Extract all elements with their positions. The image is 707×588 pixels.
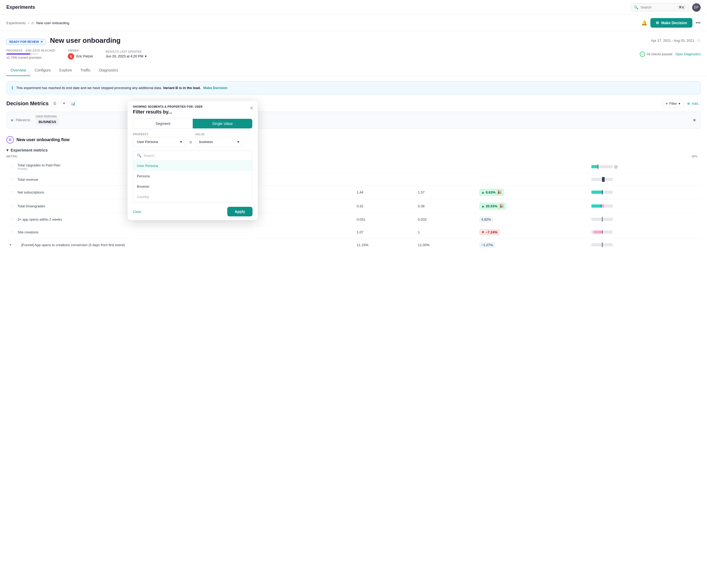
tab-configure[interactable]: Configure: [30, 65, 55, 76]
metric-bar: [588, 238, 701, 251]
add-metric-icon[interactable]: ⊕: [614, 163, 618, 170]
tab-segment[interactable]: Segment: [133, 119, 193, 128]
filter-popup: ✕ SHOWING SEGMENTS & PROPERTIES FOR: USE…: [128, 101, 258, 220]
tab-traffic[interactable]: Traffic: [76, 65, 95, 76]
table-col-headers: Metric 20%: [6, 154, 701, 159]
more-menu-icon[interactable]: •••: [696, 20, 701, 26]
metric-bar: [588, 199, 701, 213]
section-label: Experiment metrics: [11, 148, 47, 152]
settings-icon[interactable]: ✦: [60, 100, 68, 107]
filter-option-browser[interactable]: Browser: [133, 181, 252, 192]
star-icon[interactable]: ☆: [696, 38, 701, 43]
filter-tag-value[interactable]: BUSINESS: [36, 119, 59, 125]
metric-name: Net subscriptions: [18, 190, 44, 194]
metric-v2: 0.38: [415, 199, 476, 213]
tabs-bar: Overview Configure Explore Traffic Diagn…: [0, 65, 707, 76]
filter-search-box[interactable]: 🔍: [133, 151, 252, 161]
property-select[interactable]: User Persona ▾: [133, 137, 186, 147]
filter-close-icon[interactable]: ✕: [693, 118, 696, 122]
metric-name: Total Downgrades: [18, 204, 45, 208]
value-column: VALUE business ▾: [195, 133, 243, 147]
diagnostics-check: ✓ All checks passed: [640, 52, 672, 57]
filter-option-user-persona[interactable]: User Persona: [133, 161, 252, 171]
progress-row: PROGRESS END DATE REACHED ±1.74% current…: [6, 45, 701, 65]
filter-clear-button[interactable]: Clear: [133, 210, 141, 214]
search-icon: 🔍: [634, 5, 638, 9]
metric-v2: 11.00%: [415, 238, 476, 251]
filter-search-input[interactable]: [143, 154, 248, 158]
alert-text: This experiment has reached its end date…: [16, 86, 227, 90]
alert-make-decision-link[interactable]: Make Decision: [203, 86, 227, 90]
filter-apply-button[interactable]: Apply: [227, 207, 252, 217]
make-decision-button[interactable]: ⚙ Make Decision: [650, 18, 693, 28]
metric-name: Site creations: [18, 230, 38, 234]
metric-v1: 11.15%: [354, 238, 415, 251]
alert-banner: ℹ This experiment has reached its end da…: [6, 81, 701, 94]
filter-showing-label: SHOWING SEGMENTS & PROPERTIES FOR: USER: [133, 105, 252, 108]
filter-tag-property: USER PERSONA BUSINESS: [36, 115, 59, 125]
plus-circle-icon: ⊕: [687, 102, 690, 105]
metrics-section: Decision Metrics ☰ ✦ 📊 ≡ Filter ▾ ⊕ Add.…: [0, 100, 707, 252]
metrics-title-group: Decision Metrics ☰ ✦ 📊: [6, 100, 77, 107]
property-column: PROPERTY User Persona ▾: [133, 133, 186, 147]
change-badge: −1.27%: [479, 242, 495, 248]
breadcrumb-bar: Experiments › ⚠ New user onboarding 🔔 ⚙ …: [0, 15, 707, 31]
experiment-title: New user onboarding: [50, 36, 121, 44]
search-input[interactable]: [641, 5, 675, 9]
tab-overview[interactable]: Overview: [6, 65, 30, 76]
diagnostics-label: All checks passed: [647, 52, 672, 56]
status-badge: READY FOR REVIEW ✕: [6, 39, 46, 45]
filter-icon-small: ≡: [11, 118, 13, 122]
date-range-text: Apr 27, 2021 - Aug 03, 2021: [651, 38, 694, 42]
value-label: VALUE: [195, 133, 243, 136]
top-nav-right: 🔍 ⌘ K EP: [631, 3, 701, 12]
avatar[interactable]: EP: [692, 3, 701, 12]
experiment-header: READY FOR REVIEW ✕ New user onboarding A…: [0, 31, 707, 65]
filter-button[interactable]: ≡ Filter ▾: [662, 100, 684, 107]
metric-icon: ♡: [9, 204, 13, 209]
chevron-down-icon: ▾: [145, 54, 147, 58]
status-badge-label: READY FOR REVIEW: [9, 40, 39, 43]
metric-name: Total Upgrades to Paid Plan: [18, 163, 60, 167]
expand-icon[interactable]: ▾: [9, 243, 11, 247]
chevron-down-icon: ▾: [237, 140, 239, 144]
metric-v2: [415, 160, 476, 174]
tab-explore[interactable]: Explore: [55, 65, 76, 76]
section-header-experiment-metrics[interactable]: ▾ Experiment metrics: [6, 146, 701, 154]
metric-v1: [354, 160, 415, 174]
top-nav: Experiments 🔍 ⌘ K EP: [0, 0, 707, 15]
search-box[interactable]: 🔍 ⌘ K: [631, 3, 689, 11]
results-date[interactable]: Jun 20, 2023 at 4:20 PM ▾: [105, 54, 147, 58]
table-view-icon[interactable]: ☰: [51, 100, 59, 107]
confetti-icon: 🎉: [499, 204, 504, 209]
chart-icon[interactable]: 📊: [69, 100, 77, 107]
add-button[interactable]: ⊕ Add...: [687, 102, 701, 105]
metric-sub: Primary: [18, 167, 60, 170]
tab-single-value[interactable]: Single Value: [193, 119, 252, 128]
filtered-to-label: Filtered to:: [16, 118, 31, 122]
open-diagnostics-link[interactable]: Open Diagnostics: [675, 52, 701, 56]
progress-label: PROGRESS: [6, 49, 23, 52]
metric-icon: ♡: [9, 230, 13, 235]
metric-bar: ⊕: [588, 160, 701, 174]
filter-option-country[interactable]: Country: [133, 192, 252, 202]
metric-change: −1.27%: [476, 238, 588, 251]
metric-v2: 1: [415, 226, 476, 238]
breadcrumb-separator: ›: [28, 21, 29, 25]
tab-diagnostics[interactable]: Diagnostics: [95, 65, 123, 76]
experiment-flow-name: New user onboarding flow: [16, 137, 70, 142]
metric-name-cell: ♡ Site creations: [6, 226, 354, 238]
table-row: ♡ Net subscriptions 1.44 1.57 ▲ 8.63% 🎉: [6, 185, 701, 199]
filter-popup-close-button[interactable]: ✕: [249, 105, 254, 111]
change-badge: ▼ −7.24%: [479, 229, 500, 235]
bell-icon[interactable]: 🔔: [641, 20, 647, 26]
value-select[interactable]: business ▾: [195, 137, 243, 147]
arrow-down-icon: ▼: [481, 230, 485, 234]
status-badge-close[interactable]: ✕: [40, 40, 43, 43]
breadcrumb-root[interactable]: Experiments: [6, 21, 26, 25]
filter-option-persona[interactable]: Persona: [133, 171, 252, 181]
metric-name: [Funnel] App opens to creations conversi…: [21, 243, 125, 247]
date-range: Apr 27, 2021 - Aug 03, 2021 ☆: [651, 38, 701, 43]
owner-info: E Eric Petzel: [68, 53, 93, 60]
metric-name: Total revenue: [18, 177, 38, 182]
